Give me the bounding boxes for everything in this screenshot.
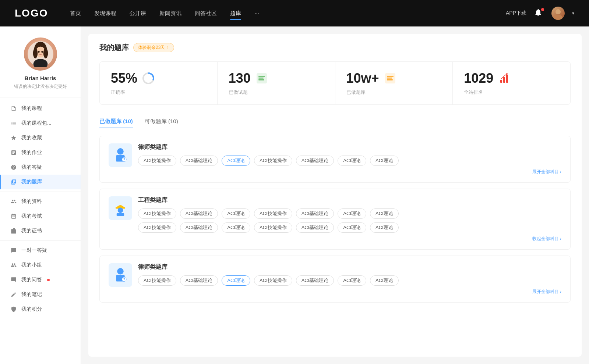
qbank-tag-1[interactable]: ACI基础理论: [180, 156, 218, 166]
eng-tag2-4[interactable]: ACI基础理论: [296, 222, 334, 233]
sidebar-label-my-course: 我的课程: [21, 105, 42, 112]
nav-qa[interactable]: 问答社区: [195, 8, 217, 18]
lawyer-icon: [112, 147, 128, 163]
sidebar-item-my-question[interactable]: 我的问答: [0, 272, 81, 287]
engineer-icon: [112, 200, 128, 216]
sidebar-item-my-group[interactable]: 我的小组: [0, 258, 81, 272]
sidebar-item-my-cert[interactable]: 我的证书: [0, 224, 81, 238]
profile-name: Brian Harris: [25, 75, 56, 81]
sidebar-item-my-profile[interactable]: 我的资料: [0, 194, 81, 209]
law2-tag-2-active[interactable]: ACI理论: [222, 275, 250, 286]
sidebar-item-my-course[interactable]: 我的课程: [0, 101, 81, 116]
avatar[interactable]: [551, 7, 565, 20]
svg-rect-17: [258, 79, 264, 81]
eng-tag-3[interactable]: ACI技能操作: [254, 208, 292, 219]
tab-available-banks[interactable]: 可做题库 (10): [145, 115, 178, 128]
eng-tag-5[interactable]: ACI理论: [338, 208, 366, 219]
law2-tag-6[interactable]: ACI理论: [370, 275, 399, 286]
eng-tag2-5[interactable]: ACI理论: [338, 222, 366, 233]
nav-more[interactable]: ···: [254, 8, 259, 18]
sidebar-item-my-favorites[interactable]: 我的收藏: [0, 131, 81, 145]
stats-row: 55% 正确率 130: [99, 61, 571, 105]
qbank-header-1: 律师类题库 ACI技能操作 ACI基础理论 ACI理论 ACI技能操作 ACI基…: [109, 143, 561, 175]
bank-icon: [10, 179, 17, 185]
qbank-tag-3[interactable]: ACI技能操作: [254, 156, 292, 166]
qbank-list: 律师类题库 ACI技能操作 ACI基础理论 ACI理论 ACI技能操作 ACI基…: [99, 136, 571, 308]
stat-questions-done: 130 已做试题: [218, 62, 335, 104]
note-icon: [10, 291, 17, 298]
eng-tag2-0[interactable]: ACI技能操作: [138, 222, 176, 233]
sidebar-item-my-homework[interactable]: 我的作业: [0, 145, 81, 160]
eng-tag-2[interactable]: ACI理论: [222, 208, 250, 219]
sidebar-label-my-package: 我的课程包...: [21, 120, 52, 126]
sidebar-label-my-question: 我的问答: [21, 276, 42, 283]
qbank-expand-1[interactable]: 展开全部科目 ›: [138, 169, 561, 175]
law2-tag-0[interactable]: ACI技能操作: [138, 275, 176, 286]
app-download-button[interactable]: APP下载: [506, 10, 526, 17]
svg-point-9: [38, 51, 40, 53]
sidebar-item-my-qbank[interactable]: 我的题库: [0, 175, 81, 189]
notification-bell[interactable]: [534, 8, 544, 18]
svg-point-0: [556, 9, 561, 14]
sidebar-item-my-exam[interactable]: 我的考试: [0, 209, 81, 224]
sidebar-item-my-notes[interactable]: 我的笔记: [0, 287, 81, 302]
qbank-expand-3[interactable]: 展开全部科目 ›: [138, 289, 561, 295]
svg-point-36: [124, 278, 125, 279]
qbank-collapse-2[interactable]: 收起全部科目 ›: [138, 236, 561, 242]
stat-ranking-value: 1029: [464, 71, 493, 86]
sidebar-item-one-on-one[interactable]: 一对一答疑: [0, 243, 81, 258]
svg-point-7: [33, 48, 37, 58]
qbank-tags2-row: ACI技能操作 ACI基础理论 ACI理论 ACI技能操作 ACI基础理论 AC…: [138, 222, 561, 233]
main-content: 我的题库 体验剩余23天！ 55%: [81, 26, 589, 364]
question-icon: [10, 164, 17, 171]
eng-tag-0[interactable]: ACI技能操作: [138, 208, 176, 219]
qbank-tag-2-active[interactable]: ACI理论: [222, 156, 250, 166]
eng-tag2-6[interactable]: ACI理论: [370, 222, 399, 233]
nav-discover[interactable]: 发现课程: [94, 8, 116, 18]
sidebar-item-my-package[interactable]: 我的课程包...: [0, 116, 81, 131]
nav-open-course[interactable]: 公开课: [130, 8, 146, 18]
law2-tag-1[interactable]: ACI基础理论: [180, 275, 218, 286]
qbank-tag-6[interactable]: ACI理论: [370, 156, 399, 166]
eng-tag2-2[interactable]: ACI理论: [222, 222, 250, 233]
trial-badge: 体验剩余23天！: [133, 43, 174, 52]
eng-tag-1[interactable]: ACI基础理论: [180, 208, 218, 219]
sidebar-label-my-profile: 我的资料: [21, 198, 42, 205]
stat-accuracy: 55% 正确率: [100, 62, 218, 104]
qbank-info-3: 律师类题库 ACI技能操作 ACI基础理论 ACI理论 ACI技能操作 ACI基…: [138, 263, 561, 295]
qbank-tags-2: ACI技能操作 ACI基础理论 ACI理论 ACI技能操作 ACI基础理论 AC…: [138, 208, 561, 219]
stat-ranking-main: 1029: [464, 71, 559, 86]
qbank-tags-3: ACI技能操作 ACI基础理论 ACI理论 ACI技能操作 ACI基础理论 AC…: [138, 275, 561, 286]
law2-tag-3[interactable]: ACI技能操作: [254, 275, 292, 286]
tab-done-banks[interactable]: 已做题库 (10): [99, 115, 133, 128]
nav-home[interactable]: 首页: [70, 8, 81, 18]
eng-tag2-1[interactable]: ACI基础理论: [180, 222, 218, 233]
user-dropdown-arrow[interactable]: ▾: [572, 11, 574, 16]
avatar-image: [551, 7, 565, 20]
sidebar-profile: Brian Harris 错误的决定比没有决定要好: [0, 26, 81, 97]
logo: LOGO: [15, 7, 48, 19]
sidebar-item-my-qa[interactable]: 我的答疑: [0, 160, 81, 175]
one-on-one-icon: [10, 247, 17, 254]
qbank-tag-4[interactable]: ACI基础理论: [296, 156, 334, 166]
eng-tag-6[interactable]: ACI理论: [370, 208, 399, 219]
qbank-icon-engineer: [109, 196, 132, 220]
eng-tag2-3[interactable]: ACI技能操作: [254, 222, 292, 233]
package-icon: [10, 120, 17, 126]
sidebar-label-my-cert: 我的证书: [21, 228, 42, 234]
law2-tag-5[interactable]: ACI理论: [338, 275, 366, 286]
nav-news[interactable]: 新闻资讯: [159, 8, 181, 18]
svg-rect-24: [506, 75, 508, 83]
stat-banks-value: 10w+: [346, 71, 379, 86]
stat-questions-main: 130: [229, 71, 324, 86]
profile-icon: [10, 198, 17, 205]
eng-tag-4[interactable]: ACI基础理论: [296, 208, 334, 219]
qbank-tag-5[interactable]: ACI理论: [338, 156, 366, 166]
svg-point-26: [117, 148, 124, 155]
stat-banks-main: 10w+: [346, 71, 442, 86]
sidebar-label-my-group: 我的小组: [21, 262, 42, 268]
qbank-tag-0[interactable]: ACI技能操作: [138, 156, 176, 166]
sidebar-item-my-points[interactable]: 我的积分: [0, 302, 81, 317]
law2-tag-4[interactable]: ACI基础理论: [296, 275, 334, 286]
nav-question-bank[interactable]: 题库: [230, 8, 241, 18]
